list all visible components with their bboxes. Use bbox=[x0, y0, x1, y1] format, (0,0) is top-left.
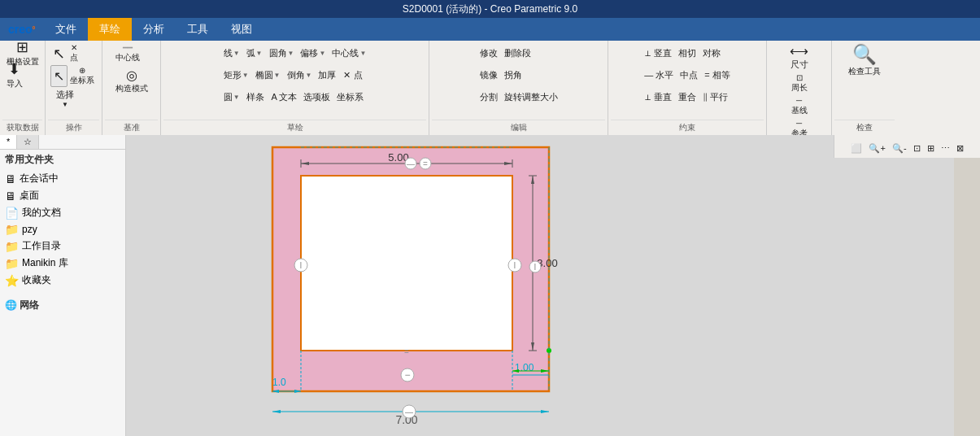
workdir-icon: 📁 bbox=[5, 240, 19, 253]
coord-sys2-button[interactable]: 坐标系 bbox=[334, 88, 366, 106]
select-panel-button[interactable]: 选项板 bbox=[301, 88, 333, 106]
center-line-button[interactable]: ━━中心线 bbox=[113, 42, 142, 64]
select-label[interactable]: 选择▼ bbox=[50, 88, 80, 109]
offset-button[interactable]: 偏移 ▼ bbox=[298, 44, 328, 62]
thicken-button[interactable]: 加厚 bbox=[316, 66, 339, 84]
menu-sketch[interactable]: 草绘 bbox=[88, 18, 132, 41]
svg-text:—: — bbox=[405, 408, 413, 416]
panel-item-workdir[interactable]: 📁 工作目录 bbox=[0, 238, 125, 255]
modify-button[interactable]: 修改 bbox=[477, 44, 500, 62]
favorites-icon: ⭐ bbox=[5, 274, 19, 287]
circle-button[interactable]: 圆 ▼ bbox=[221, 88, 242, 106]
svg-text:1.0: 1.0 bbox=[272, 377, 286, 388]
monitor-icon: 🖥 bbox=[5, 172, 16, 185]
panel-network: 🌐 网络 bbox=[0, 295, 125, 316]
section-label-edit: 编辑 bbox=[432, 120, 605, 134]
panel-item-session[interactable]: 🖥 在会话中 bbox=[0, 170, 125, 187]
equal-button[interactable]: = 相等 bbox=[702, 66, 732, 84]
coord-sys-button[interactable]: ⊕坐标系 bbox=[68, 65, 97, 87]
docs-icon: 📄 bbox=[5, 207, 19, 220]
main-toolbar: ⊞ 栅格设置 ⬇ 导入 获取数据 ↖ ✕点 ↖ bbox=[0, 41, 980, 137]
menu-analysis[interactable]: 分析 bbox=[132, 18, 176, 41]
section-label-constraint: 约束 bbox=[611, 120, 764, 134]
right-mini-toolbar: ⬜ 🔍+ 🔍- ⊡ ⊞ ⋯ ⊠ bbox=[834, 135, 980, 158]
menu-tools[interactable]: 工具 bbox=[176, 18, 220, 41]
dimension-button[interactable]: ⟷尺寸 bbox=[787, 42, 811, 72]
view-options-button[interactable]: ⋯ bbox=[939, 139, 952, 157]
fillet-button[interactable]: 拐角 bbox=[502, 66, 525, 84]
drawing-canvas[interactable]: 5.00 — = 3.00 I 1.0 1.00 bbox=[126, 135, 954, 436]
baseline-button[interactable]: ─基线 bbox=[787, 95, 811, 117]
midpoint-button[interactable]: 中点 bbox=[677, 66, 700, 84]
import-button[interactable]: ⬇ 导入 bbox=[4, 59, 25, 90]
panel-tab-star[interactable]: ☆ bbox=[17, 135, 39, 149]
panel-tabs: * ☆ bbox=[0, 135, 125, 150]
perimeter-button[interactable]: ⊡周长 bbox=[787, 72, 811, 94]
panel-item-desktop[interactable]: 🖥 桌面 bbox=[0, 187, 125, 204]
panel-title: 常用文件夹 bbox=[0, 150, 125, 170]
sketch-svg: 5.00 — = 3.00 I 1.0 1.00 bbox=[126, 135, 954, 436]
select-cursor-button[interactable]: ↖ bbox=[50, 65, 68, 87]
select-arrow-button[interactable]: ↖ bbox=[50, 42, 68, 64]
menu-bar: creo° 文件 草绘 分析 工具 视图 bbox=[0, 18, 980, 41]
construct-mode-button[interactable]: ◎构造模式 bbox=[113, 67, 150, 95]
svg-text:I: I bbox=[300, 261, 303, 270]
round-button[interactable]: 圆角 ▼ bbox=[267, 44, 297, 62]
point-button[interactable]: ✕ 点 bbox=[341, 66, 364, 84]
section-check: 🔍 检查工具 检查 bbox=[832, 41, 897, 136]
parallel-button[interactable]: ∥ 平行 bbox=[700, 88, 730, 106]
title-bar: S2D0001 (活动的) - Creo Parametric 9.0 bbox=[0, 0, 980, 18]
symmetric-button[interactable]: 对称 bbox=[700, 44, 723, 62]
panel-item-favorites[interactable]: ⭐ 收藏夹 bbox=[0, 272, 125, 289]
zoom-out-button[interactable]: 🔍- bbox=[890, 139, 909, 157]
section-datum: ━━中心线 ◎构造模式 基准 bbox=[102, 41, 161, 136]
menu-view[interactable]: 视图 bbox=[220, 18, 264, 41]
title-text: S2D0001 (活动的) - Creo Parametric 9.0 bbox=[403, 2, 577, 16]
line-button[interactable]: 线 ▼ bbox=[221, 44, 242, 62]
panel-item-mydocs[interactable]: 📄 我的文档 bbox=[0, 204, 125, 221]
section-label-getdata: 获取数据 bbox=[2, 120, 42, 134]
svg-text:—: — bbox=[407, 159, 415, 168]
view-settings-button[interactable]: ⊠ bbox=[954, 139, 966, 157]
section-label-check: 检查 bbox=[834, 120, 895, 134]
select-point-button[interactable]: ✕点 bbox=[68, 42, 81, 64]
rect-button[interactable]: 矩形 ▼ bbox=[221, 66, 251, 84]
ellipse-button[interactable]: 椭圆 ▼ bbox=[253, 66, 283, 84]
zoom-fit-button[interactable]: ⊡ bbox=[911, 139, 923, 157]
divide-button[interactable]: 分割 bbox=[477, 88, 500, 106]
zoom-window-button[interactable]: ⊞ bbox=[925, 139, 937, 157]
rotate-resize-button[interactable]: 旋转调整大小 bbox=[502, 88, 560, 106]
svg-rect-3 bbox=[301, 176, 512, 351]
center-line2-button[interactable]: 中心线 ▼ bbox=[329, 44, 368, 62]
vertical-button[interactable]: ⊥ 竖直 bbox=[642, 44, 674, 62]
svg-text:=: = bbox=[423, 159, 428, 168]
zoom-in-button[interactable]: 🔍+ bbox=[866, 139, 887, 157]
chamfer-button[interactable]: 倒角 ▼ bbox=[285, 66, 315, 84]
svg-text:I: I bbox=[534, 263, 537, 272]
section-label-sketch: 草绘 bbox=[163, 120, 426, 134]
horizontal-button[interactable]: — 水平 bbox=[642, 66, 676, 84]
arc-button[interactable]: 弧 ▼ bbox=[244, 44, 265, 62]
section-label-datum: 基准 bbox=[105, 120, 158, 134]
svg-text:I: I bbox=[514, 261, 516, 270]
text-button[interactable]: A 文本 bbox=[269, 88, 300, 106]
check-tools-button[interactable]: 🔍 检查工具 bbox=[846, 42, 883, 78]
perpendicular-button[interactable]: ⊥ 垂直 bbox=[642, 88, 674, 106]
section-constraint: ⊥ 竖直 相切 对称 — 水平 中点 = 相等 ⊥ 垂直 重合 ∥ 平行 约束 bbox=[608, 41, 767, 136]
panel-tab-active[interactable]: * bbox=[0, 135, 17, 149]
svg-text:=: = bbox=[404, 347, 409, 356]
left-panel: * ☆ 常用文件夹 🖥 在会话中 🖥 桌面 📄 我的文档 📁 pzy 📁 工作目… bbox=[0, 135, 126, 436]
manikin-icon: 📁 bbox=[5, 257, 19, 270]
panel-item-manikin[interactable]: 📁 Manikin 库 bbox=[0, 255, 125, 272]
menu-file[interactable]: 文件 bbox=[44, 18, 88, 41]
tangent-button[interactable]: 相切 bbox=[676, 44, 699, 62]
panel-item-pzy[interactable]: 📁 pzy bbox=[0, 221, 125, 238]
mirror-button[interactable]: 镜像 bbox=[477, 66, 500, 84]
zoom-area-button[interactable]: ⬜ bbox=[848, 139, 865, 157]
coincident-button[interactable]: 重合 bbox=[676, 88, 699, 106]
spline-button[interactable]: 样条 bbox=[244, 88, 268, 106]
section-sketch: 线 ▼ 弧 ▼ 圆角 ▼ 偏移 ▼ 中心线 ▼ 矩形 ▼ 椭圆 ▼ 倒角 ▼ 加… bbox=[161, 41, 429, 136]
folder-pzy-icon: 📁 bbox=[5, 223, 19, 236]
section-grid: ⊞ 栅格设置 ⬇ 导入 获取数据 bbox=[0, 41, 46, 136]
delete-seg-button[interactable]: 删除段 bbox=[502, 44, 534, 62]
